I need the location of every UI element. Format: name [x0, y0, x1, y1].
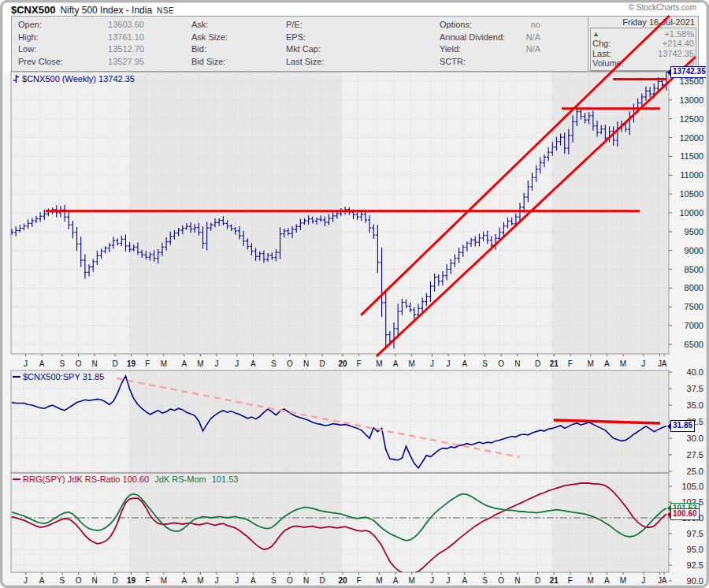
stockcharts-chart: $CNX500Nifty 500 Index - IndiaNSE © Stoc…	[0, 0, 709, 588]
month-label: J	[24, 359, 28, 368]
y-tick-label: 8000	[685, 283, 703, 292]
quote-row: Options:no	[440, 19, 540, 32]
quote-label: Annual Dividend:	[440, 32, 505, 44]
month-label: A	[662, 359, 667, 368]
y-tick-label: 7500	[685, 302, 703, 311]
y-tick-label: 12500	[679, 114, 703, 124]
month-label: M	[620, 359, 626, 368]
ratio-value-box: 31.85	[670, 420, 695, 432]
index-name: Nifty 500 Index - India	[60, 5, 152, 16]
y-tick-label: 11500	[680, 151, 703, 161]
rrg-ratio-value: 100.60	[123, 474, 150, 484]
month-label: J	[658, 359, 662, 368]
quote-label: Yield:	[440, 43, 461, 56]
quote-date-block: Friday 16-Jul-2021 ▲+1.58% Chg:+214.40 L…	[588, 17, 697, 71]
quote-label: P/E:	[286, 19, 303, 32]
gridlines	[11, 72, 669, 572]
chart-background	[0, 72, 709, 586]
y-tick-label: 25.0	[687, 467, 703, 476]
copyright: © StockCharts.com	[629, 3, 696, 12]
quote-label: Last Size:	[286, 56, 324, 69]
month-label: J	[24, 576, 28, 585]
quote-label: Bid Size:	[191, 56, 225, 69]
main-legend: $CNX500 (Weekly) 13742.35	[13, 74, 135, 84]
month-label: M	[409, 359, 415, 368]
month-label: N	[303, 359, 309, 368]
year-band	[130, 370, 341, 473]
quote-row: High:13761.10	[18, 32, 144, 44]
quote-label: Ask:	[191, 19, 208, 32]
quote-label: SCTR:	[440, 56, 466, 69]
month-label: M	[376, 576, 382, 585]
month-label: M	[197, 576, 203, 585]
month-label: D	[112, 576, 117, 585]
month-label: F	[145, 359, 150, 368]
month-label: J	[235, 359, 239, 368]
month-label: A	[181, 359, 187, 368]
annotations	[46, 16, 696, 457]
y-tick-label: 7000	[685, 321, 703, 330]
month-label: J	[430, 576, 434, 585]
y-tick-label: 30.0	[687, 434, 703, 443]
volume-label: Volume:	[592, 58, 624, 68]
year-band	[552, 370, 669, 473]
quote-value: no	[531, 19, 540, 32]
y-tick-label: 11000	[680, 170, 703, 180]
quote-label: Prev Close:	[18, 56, 63, 69]
quote-label: Ask Size:	[191, 32, 228, 44]
ratio-legend: $CNX500:SPY 31.85	[13, 372, 104, 381]
month-label: F	[568, 576, 573, 585]
rrg-mom-label: JdK RS-Mom	[154, 474, 206, 484]
y-tick-label: 9000	[685, 246, 703, 255]
rrg-mom-value: 101.53	[212, 474, 239, 484]
quote-value: N/A	[526, 43, 540, 56]
month-label: A	[604, 576, 610, 585]
y-tick-label: 95.0	[687, 545, 703, 554]
year-band	[130, 72, 341, 354]
month-label: S	[271, 576, 277, 585]
panel-border	[11, 473, 669, 572]
quote-row: SCTR:	[440, 56, 540, 69]
month-label: D	[535, 576, 540, 585]
main-legend-value: 13742.35	[98, 74, 135, 84]
y-tick-label: 10000	[679, 208, 703, 218]
y-tick-label: 35.0	[687, 400, 703, 410]
quote-column: Options:noAnnual Dividend:N/AYield:N/ASC…	[440, 19, 540, 68]
y-tick-label: 13000	[679, 95, 703, 105]
month-label: 21	[550, 359, 559, 368]
quote-row: Open:13603.60	[18, 19, 144, 32]
quote-label: Open:	[18, 19, 42, 32]
quote-panel: Open:13603.60High:13761.10Low:13512.70Pr…	[11, 16, 699, 72]
quote-label: Options:	[440, 19, 472, 32]
ratio-line	[12, 376, 666, 468]
month-label: D	[320, 359, 325, 368]
quote-date: Friday 16-Jul-2021	[588, 17, 697, 28]
quote-column: Open:13603.60High:13761.10Low:13512.70Pr…	[18, 19, 144, 68]
last-value: 13742.35	[658, 49, 694, 58]
month-label: A	[251, 359, 256, 368]
quote-row: Bid Size:	[191, 56, 277, 69]
window-frame	[0, 0, 709, 588]
symbol: $CNX500	[11, 4, 55, 16]
quote-row: EPS:	[286, 32, 404, 44]
month-label: A	[251, 576, 256, 585]
quote-change-box: ▲+1.58% Chg:+214.40 Last:13742.35 Volume…	[590, 28, 696, 71]
quote-value: 13761.10	[108, 32, 144, 44]
month-label: N	[303, 576, 309, 585]
chart-canvas: 1350013000125001200011500110001050010000…	[0, 0, 709, 588]
line-swatch-icon	[13, 478, 20, 480]
title-bar: $CNX500Nifty 500 Index - IndiaNSE © Stoc…	[11, 2, 698, 15]
y-tick-label: 27.5	[687, 450, 703, 460]
month-label: J	[447, 359, 451, 368]
month-label: J	[641, 576, 645, 585]
month-label: D	[535, 359, 540, 368]
year-band	[130, 473, 341, 572]
y-tick-label: 90.0	[687, 576, 703, 586]
rs-ratio-value-box: 100.60	[670, 508, 700, 520]
month-label: F	[357, 359, 362, 368]
panel-border	[11, 370, 669, 473]
chg-value: +214.40	[663, 39, 694, 48]
quote-row: Annual Dividend:N/A	[440, 32, 540, 44]
quote-row: Bid:	[191, 43, 277, 56]
quote-label: EPS:	[286, 32, 306, 44]
